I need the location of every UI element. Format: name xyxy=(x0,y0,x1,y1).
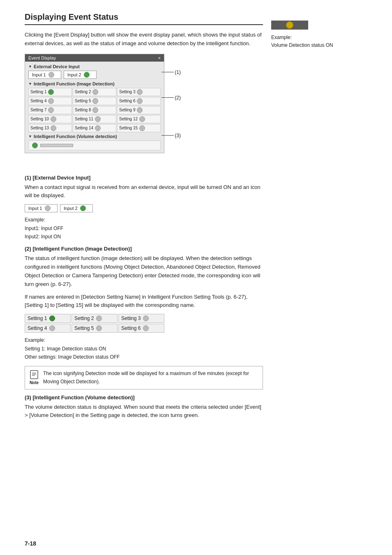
volume-example-box: Example: Volume Detection status ON xyxy=(271,21,353,49)
right-column: Example: Volume Detection status ON xyxy=(263,12,353,543)
example-input-1: Input 1 xyxy=(25,204,58,212)
note-text: The icon signifying Detection mode will … xyxy=(43,370,258,385)
setting-7-circle xyxy=(48,107,54,113)
example-input-1-circle xyxy=(45,205,51,211)
setting-example-3: Setting 3 xyxy=(118,314,164,323)
setting-item: Setting 12 xyxy=(117,115,161,123)
setting-ex-5-circle xyxy=(96,325,102,331)
setting-item: Setting 8 xyxy=(73,106,116,114)
example-line-2: Input2: Input ON xyxy=(25,233,263,241)
dialog-title: Event Display xyxy=(28,55,56,60)
volume-slider xyxy=(40,144,73,147)
example-input-2-circle xyxy=(80,205,86,211)
setting-ex-4-circle xyxy=(49,325,55,331)
setting-1-circle xyxy=(48,89,54,95)
volume-indicator-bar xyxy=(271,21,308,30)
section1-example: Example: Input1: Input OFF Input2: Input… xyxy=(25,216,263,241)
volume-on-dot xyxy=(286,21,293,29)
section1-desc: When a contact input signal is received … xyxy=(25,183,263,200)
setting-13-circle xyxy=(51,125,56,131)
external-device-header: External Device Input xyxy=(28,64,161,69)
setting-ex-6-circle xyxy=(143,325,149,331)
page-title: Displaying Event Status xyxy=(25,12,263,25)
setting-ex-3-circle xyxy=(143,315,149,321)
setting-example-2: Setting 2 xyxy=(71,314,118,323)
section2-example-line-2: Other settings: Image Detection status O… xyxy=(25,353,263,361)
setting-8-circle xyxy=(92,107,98,113)
input-item-1: Input 1 xyxy=(28,71,61,79)
svg-rect-0 xyxy=(30,371,38,379)
image-detection-header: Intelligent Function (Image Detection) xyxy=(28,81,161,86)
setting-item: Setting 11 xyxy=(73,115,116,123)
page-number: 7-18 xyxy=(25,540,36,547)
image-detection-grid: Setting 1 Setting 2 Setting 3 Setting 4 … xyxy=(28,88,161,132)
setting-ex-1-circle xyxy=(49,315,55,321)
setting-12-circle xyxy=(139,116,145,122)
setting-9-circle xyxy=(137,107,143,113)
setting-item: Setting 1 xyxy=(28,88,72,96)
section2-desc: The status of intelligent function (imag… xyxy=(25,254,263,288)
section2-label: (2) [Intelligent Function (Image Detecti… xyxy=(25,246,263,252)
setting-item: Setting 10 xyxy=(28,115,72,123)
external-input-row: Input 1 Input 2 xyxy=(28,71,161,79)
volume-detection-header: Intelligent Function (Volume detection) xyxy=(28,134,161,139)
volume-section: Intelligent Function (Volume detection) xyxy=(28,134,161,150)
volume-example-caption: Example: Volume Detection status ON xyxy=(271,34,353,49)
input-1-label: Input 1 xyxy=(32,72,46,77)
section3-desc: The volume detection status is displayed… xyxy=(25,403,263,420)
setting-item: Setting 2 xyxy=(73,88,116,96)
input-2-status xyxy=(84,72,90,78)
callout-3: (3) xyxy=(161,133,181,138)
example-input-row: Input 1 Input 2 xyxy=(25,204,263,212)
setting-item: Setting 3 xyxy=(117,88,161,96)
section2-example-line-1: Setting 1: Image Detection status ON xyxy=(25,345,263,353)
setting-example-1: Setting 1 xyxy=(25,314,71,323)
setting-ex-2-circle xyxy=(96,315,102,321)
note-box: Note The icon signifying Detection mode … xyxy=(25,366,263,389)
section2-example: Example: Setting 1: Image Detection stat… xyxy=(25,336,263,361)
setting-6-circle xyxy=(137,98,143,104)
setting-10-circle xyxy=(51,116,56,122)
dialog-close-button[interactable]: × xyxy=(158,55,161,60)
setting-item: Setting 13 xyxy=(28,124,72,132)
input-item-2: Input 2 xyxy=(64,71,97,79)
event-display-dialog: Event Display × External Device Input In… xyxy=(25,54,164,153)
setting-item: Setting 5 xyxy=(73,97,116,105)
callout-1: (1) xyxy=(161,69,181,75)
setting-item: Setting 15 xyxy=(117,124,161,132)
setting-example-5: Setting 5 xyxy=(71,324,118,333)
setting-15-circle xyxy=(139,125,145,131)
note-title: Note xyxy=(30,380,39,385)
setting-2-circle xyxy=(92,89,98,95)
setting-item: Setting 7 xyxy=(28,106,72,114)
note-icon xyxy=(29,370,39,380)
volume-circle xyxy=(32,143,38,148)
example-line-1: Input1: Input OFF xyxy=(25,224,263,233)
setting-3-circle xyxy=(137,89,143,95)
setting-item: Setting 4 xyxy=(28,97,72,105)
example-label: Example: xyxy=(25,216,263,224)
section3-label: (3) [Intelligent Function (Volume detect… xyxy=(25,394,263,401)
setting-5-circle xyxy=(92,98,98,104)
setting-item: Setting 6 xyxy=(117,97,161,105)
setting-11-circle xyxy=(95,116,101,122)
dialog-titlebar: Event Display × xyxy=(25,54,164,62)
setting-4-circle xyxy=(48,98,54,104)
section2-example-label: Example: xyxy=(25,336,263,344)
intro-text: Clicking the [Event Display] button will… xyxy=(25,31,263,48)
setting-example-6: Setting 6 xyxy=(118,324,164,333)
callout-2: (2) xyxy=(161,95,181,101)
setting-item: Setting 9 xyxy=(117,106,161,114)
setting-item: Setting 14 xyxy=(73,124,116,132)
setting-example-4: Setting 4 xyxy=(25,324,71,333)
input-1-status xyxy=(48,72,54,78)
input-2-label: Input 2 xyxy=(67,72,81,77)
settings-example-grid: Setting 1 Setting 2 Setting 3 Setting 4 … xyxy=(25,314,164,333)
example-input-2: Input 2 xyxy=(60,204,93,212)
setting-14-circle xyxy=(95,125,101,131)
section2-desc2: If names are entered in [Detection Setti… xyxy=(25,293,263,310)
volume-row xyxy=(28,140,161,150)
section1-label: (1) [External Device Input] xyxy=(25,175,263,181)
